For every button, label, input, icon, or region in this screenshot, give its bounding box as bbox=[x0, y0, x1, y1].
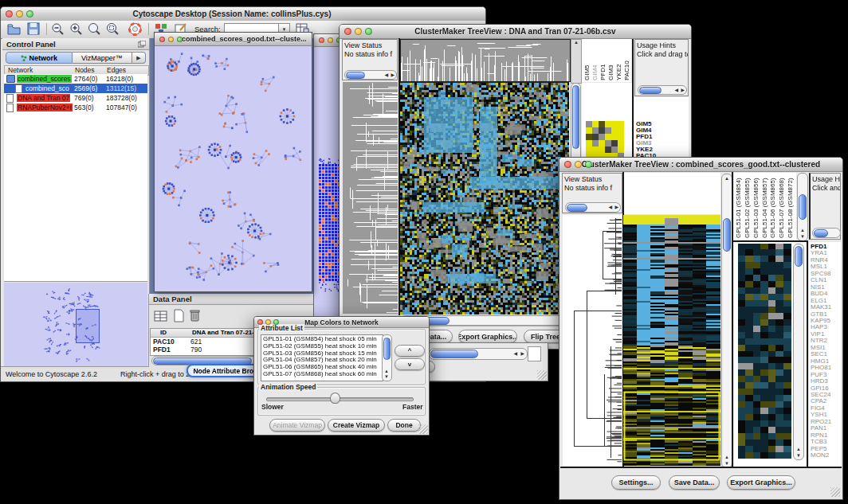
network-list-row[interactable]: DNA and Tran 07 769(0) 183728(0) bbox=[4, 93, 147, 103]
tab-network[interactable]: Network bbox=[6, 52, 73, 64]
minimize-icon[interactable] bbox=[16, 10, 23, 18]
minimize-icon[interactable] bbox=[265, 319, 271, 325]
close-icon[interactable] bbox=[344, 28, 351, 35]
save-icon[interactable] bbox=[27, 22, 40, 35]
gene-label[interactable]: MON2 bbox=[811, 452, 831, 459]
zoom-window-icon[interactable] bbox=[273, 319, 279, 325]
treeview2-title-bar[interactable]: ClusterMaker TreeView : combined_scores_… bbox=[559, 158, 842, 172]
tv1-col-label[interactable]: GIM4 bbox=[591, 42, 599, 80]
resize-grip[interactable] bbox=[830, 487, 840, 497]
network1-canvas[interactable] bbox=[155, 45, 310, 290]
float-panel-icon[interactable] bbox=[138, 41, 146, 48]
window-controls[interactable] bbox=[344, 28, 372, 35]
tv2-col-label[interactable]: GPL51-07 (GSM868) bbox=[778, 174, 787, 238]
tv1-col-label[interactable]: PFD1 bbox=[599, 42, 607, 80]
attribute-row[interactable]: PFD1 790 bbox=[151, 346, 259, 354]
similarity-matrix[interactable] bbox=[586, 121, 624, 159]
done-button[interactable]: Done bbox=[387, 419, 421, 432]
move-up-button[interactable]: ^ bbox=[395, 345, 425, 357]
col-network[interactable]: Network bbox=[8, 66, 33, 74]
window-controls[interactable] bbox=[257, 319, 279, 325]
tv2-labels-vscrollbar[interactable]: ▲▼ bbox=[797, 173, 808, 241]
tv2-zoom-vscrollbar[interactable]: ▲▼ bbox=[793, 244, 804, 460]
zoom-fit-icon[interactable] bbox=[88, 22, 101, 36]
zoom-selected-icon[interactable] bbox=[106, 22, 120, 36]
tv2-col-label[interactable]: GPL51-01 (GSM854) bbox=[735, 174, 744, 238]
tv2-usage-hscrollbar[interactable] bbox=[812, 228, 841, 238]
tv2-heatmap-vscrollbar[interactable]: ▲ ▲▼ bbox=[721, 174, 732, 468]
window-controls[interactable] bbox=[6, 10, 33, 18]
minimize-icon[interactable] bbox=[168, 37, 174, 42]
table-mode-icon[interactable] bbox=[154, 310, 168, 322]
tv1-row-dendrogram[interactable] bbox=[343, 82, 398, 314]
zoom-window-icon[interactable] bbox=[585, 161, 592, 168]
tv2-zoom-heatmap-canvas[interactable] bbox=[738, 244, 791, 459]
animate-vizmap-button[interactable]: Animate Vizmap bbox=[269, 419, 325, 432]
window-controls[interactable] bbox=[159, 37, 183, 42]
main-title-bar[interactable]: Cytoscape Desktop (Session Name: collins… bbox=[1, 7, 485, 21]
attr-col-id[interactable]: ID bbox=[160, 329, 167, 336]
help-lifering-icon[interactable] bbox=[128, 22, 142, 36]
export-graphics-button[interactable]: Export Graphics... bbox=[727, 475, 795, 490]
close-icon[interactable] bbox=[564, 161, 571, 168]
zoom-in-icon[interactable] bbox=[69, 22, 83, 36]
attribute-item[interactable]: GPL51-06 (GSM865) heat shock 40 min bbox=[263, 364, 383, 371]
open-file-icon[interactable] bbox=[7, 23, 21, 35]
tv1-status-hscrollbar[interactable]: ◀▶ bbox=[344, 70, 397, 80]
tv2-row-dendrogram[interactable] bbox=[563, 215, 622, 466]
tv1-col-label[interactable]: YKE2 bbox=[615, 42, 622, 80]
attribute-item[interactable]: GPL51-07 (GSM868) heat shock 60 min bbox=[263, 371, 383, 378]
attribute-list-vscrollbar[interactable]: ▲▼ bbox=[382, 334, 392, 381]
minimize-icon[interactable] bbox=[355, 28, 362, 35]
attribute-row[interactable]: PAC10 621 bbox=[151, 338, 259, 346]
delete-attribute-icon[interactable] bbox=[189, 308, 201, 322]
close-icon[interactable] bbox=[159, 37, 165, 42]
network-list-row[interactable]: combined_scores 2764(0) 16218(0) bbox=[4, 74, 147, 84]
resize-grip[interactable] bbox=[418, 424, 428, 434]
attribute-item[interactable]: GPL51-03 (GSM856) heat shock 15 min bbox=[263, 350, 383, 357]
tv2-col-label[interactable]: GPL51-06 (GSM865) bbox=[769, 174, 778, 238]
attribute-item[interactable]: GPL51-01 (GSM854) heat shock 05 min bbox=[263, 336, 383, 343]
zoom-window-icon[interactable] bbox=[177, 37, 183, 42]
minimize-icon[interactable] bbox=[328, 37, 333, 43]
tv2-col-label[interactable]: GPL51-08 (GSM872) bbox=[787, 174, 795, 238]
birdseye-viewport[interactable] bbox=[76, 309, 100, 343]
create-vizmap-button[interactable]: Create Vizmap bbox=[328, 419, 385, 432]
birdseye-panel[interactable] bbox=[4, 283, 147, 370]
network-list-row[interactable]: RNAPuberNov2+I 563(0) 107847(0) bbox=[4, 103, 147, 112]
zoom-window-icon[interactable] bbox=[365, 28, 372, 35]
tv1-usage-hscrollbar[interactable]: ◀▶ bbox=[638, 85, 687, 95]
resize-grip[interactable] bbox=[537, 370, 547, 380]
tv1-col-label[interactable]: GIM5 bbox=[583, 42, 591, 80]
tv1-col-label[interactable]: GIM3 bbox=[607, 42, 614, 80]
attribute-listbox[interactable]: GPL51-01 (GSM854) heat shock 05 minGPL51… bbox=[261, 334, 383, 381]
tv2-heatmap-canvas[interactable] bbox=[623, 215, 720, 466]
col-nodes[interactable]: Nodes bbox=[75, 66, 95, 74]
tv2-status-hscrollbar[interactable]: ◀▶ bbox=[565, 202, 621, 213]
tv2-col-label[interactable]: GPL51-02 (GSM855) bbox=[744, 174, 752, 238]
attribute-item[interactable]: GPL51-02 (GSM855) heat shock 10 min bbox=[263, 343, 383, 350]
new-attribute-icon[interactable] bbox=[173, 309, 185, 322]
close-icon[interactable] bbox=[319, 37, 324, 43]
network-list-row[interactable]: combined_sco 2569(6) 13112(15) bbox=[4, 84, 147, 93]
attribute-item[interactable]: GPL51-04 (GSM857) heat shock 20 min bbox=[263, 357, 383, 364]
network2-hscrollbar[interactable]: ◀▶ bbox=[429, 348, 528, 360]
close-icon[interactable] bbox=[6, 10, 13, 18]
save-data-button[interactable]: Save Data... bbox=[669, 475, 720, 490]
zoom-window-icon[interactable] bbox=[26, 10, 33, 18]
col-edges[interactable]: Edges bbox=[107, 66, 126, 74]
tv1-heatmap-canvas[interactable] bbox=[400, 82, 569, 315]
tv1-column-dendrogram[interactable] bbox=[400, 39, 571, 82]
tv1-col-label[interactable]: PAC10 bbox=[623, 42, 630, 80]
speed-slider-thumb[interactable] bbox=[330, 393, 340, 404]
export-graphics-button[interactable]: Export Graphics... bbox=[458, 330, 517, 343]
settings-button[interactable]: Settings... bbox=[611, 475, 661, 490]
minimize-icon[interactable] bbox=[575, 161, 582, 168]
move-down-button[interactable]: v bbox=[395, 358, 425, 370]
treeview1-title-bar[interactable]: ClusterMaker TreeView : DNA and Tran 07-… bbox=[340, 25, 691, 39]
close-icon[interactable] bbox=[257, 319, 263, 325]
zoom-out-icon[interactable] bbox=[51, 22, 65, 36]
tab-overflow-button[interactable]: ▶ bbox=[132, 52, 146, 64]
window-controls[interactable] bbox=[564, 161, 592, 168]
tv2-col-label[interactable]: GPL51-04 (GSM857) bbox=[761, 174, 770, 238]
